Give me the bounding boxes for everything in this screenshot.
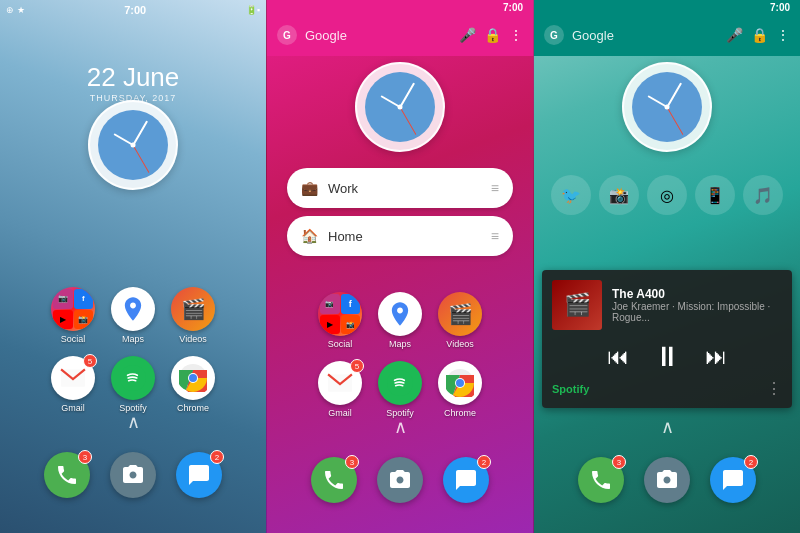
app-row-2-1: 📷 f ▶ 📸 Social Maps 🎬 Videos [318,292,482,349]
small-app-3[interactable]: ◎ [647,175,687,215]
music-title: The A400 [612,287,782,301]
clock-widget-2 [355,62,445,152]
app-icon-maps-1[interactable]: Maps [111,287,155,344]
msg-badge-1: 2 [210,450,224,464]
search-bar-2[interactable]: G Google 🎤 🔒 ⋮ [267,0,533,56]
app-row-3-top: 🐦 📸 ◎ 📱 🎵 [534,175,800,215]
pause-button[interactable]: ⏸ [653,340,681,373]
status-time-2: 7:00 [503,2,523,13]
quick-shortcuts-2: 💼 Work ≡ 🏠 Home ≡ [287,168,513,256]
app-icon-social-2[interactable]: 📷 f ▶ 📸 Social [318,292,362,349]
app-icon-gmail-1[interactable]: 5 Gmail [51,356,95,413]
minute-hand-1 [132,120,147,145]
search-text-2: Google [305,28,451,43]
chevron-up-2[interactable]: ∧ [394,416,407,438]
center-dot-3 [665,105,670,110]
clock-widget-1 [88,100,178,190]
app-label-maps-2: Maps [389,339,411,349]
phone-badge-3: 3 [612,455,626,469]
shortcut-work-label: Work [328,181,481,196]
chevron-up-1[interactable]: ∧ [127,411,140,433]
mic-icon-3[interactable]: 🎤 [726,27,743,43]
shortcut-work-menu[interactable]: ≡ [491,180,499,196]
panel-3: G Google 🎤 🔒 ⋮ 7:00 🐦 📸 ◎ 📱 🎵 🎬 [534,0,800,533]
dock-camera-1[interactable] [110,452,156,498]
app-grid-2: 📷 f ▶ 📸 Social Maps 🎬 Videos [267,292,533,418]
google-logo-2: G [277,25,297,45]
small-app-4[interactable]: 📱 [695,175,735,215]
clock-face-1 [88,100,178,190]
dock-phone-3[interactable]: 3 [578,457,624,503]
minute-hand-3 [666,82,681,107]
music-player: 🎬 The A400 Joe Kraemer · Mission: Imposs… [542,270,792,408]
app-grid-1: 📷 f ▶ 📸 Social Maps 🎬 Videos [0,287,266,413]
prev-button[interactable]: ⏮ [607,344,629,370]
shortcut-home-menu[interactable]: ≡ [491,228,499,244]
svg-point-1 [120,365,146,391]
lock-icon-2: 🔒 [484,27,501,43]
chrome-icon-img-1 [171,356,215,400]
shortcut-work[interactable]: 💼 Work ≡ [287,168,513,208]
clock-face-2 [355,62,445,152]
dock-phone-1[interactable]: 3 [44,452,90,498]
dock-camera-3[interactable] [644,457,690,503]
dock-msg-2[interactable]: 2 [443,457,489,503]
app-icon-maps-2[interactable]: Maps [378,292,422,349]
dock-phone-2[interactable]: 3 [311,457,357,503]
spotify-bar: Spotify ⋮ [552,373,782,398]
panel-1: ⊕ ★ 7:00 🔋▪️ 22 June THURSDAY, 2017 [0,0,266,533]
dots-icon-3[interactable]: ⋮ [776,27,790,43]
app-label-chrome-1: Chrome [177,403,209,413]
app-icon-spotify-1[interactable]: Spotify [111,356,155,413]
videos-icon-img-1: 🎬 [171,287,215,331]
spotify-label: Spotify [552,383,589,395]
dock-3: 3 2 [534,457,800,503]
music-controls: ⏮ ⏸ ⏭ [552,340,782,373]
small-app-5[interactable]: 🎵 [743,175,783,215]
maps-icon-img-2 [378,292,422,336]
status-right-icons-1: 🔋▪️ [246,5,260,15]
search-bar-3[interactable]: G Google 🎤 🔒 ⋮ [534,0,800,56]
dock-camera-2[interactable] [377,457,423,503]
app-icon-spotify-2[interactable]: Spotify [378,361,422,418]
app-icon-videos-1[interactable]: 🎬 Videos [171,287,215,344]
next-button[interactable]: ⏭ [705,344,727,370]
msg-badge-3: 2 [744,455,758,469]
status-time-3: 7:00 [770,2,790,13]
clock-inner-3 [632,72,702,142]
app-icon-chrome-1[interactable]: Chrome [171,356,215,413]
music-text: The A400 Joe Kraemer · Mission: Impossib… [612,287,782,323]
svg-point-9 [456,379,464,387]
second-hand-1 [133,145,150,173]
app-icon-social-1[interactable]: 📷 f ▶ 📸 Social [51,287,95,344]
app-icon-chrome-2[interactable]: Chrome [438,361,482,418]
search-text-3: Google [572,28,718,43]
music-artist: Joe Kraemer · Mission: Impossible · Rogu… [612,301,782,323]
spotify-icon-img-1 [111,356,155,400]
app-label-maps-1: Maps [122,334,144,344]
app-icon-videos-2[interactable]: 🎬 Videos [438,292,482,349]
dock-2: 3 2 [267,457,533,503]
spotify-dots[interactable]: ⋮ [766,379,782,398]
app-icon-gmail-2[interactable]: 5 Gmail [318,361,362,418]
phone-badge-2: 3 [345,455,359,469]
msg-badge-2: 2 [477,455,491,469]
lock-icon-3: 🔒 [751,27,768,43]
center-dot-2 [398,105,403,110]
small-app-1[interactable]: 🐦 [551,175,591,215]
app-label-gmail-1: Gmail [61,403,85,413]
mic-icon-2[interactable]: 🎤 [459,27,476,43]
dots-icon-2[interactable]: ⋮ [509,27,523,43]
chevron-up-3[interactable]: ∧ [661,416,674,438]
gmail-badge-1: 5 [83,354,97,368]
clock-widget-3 [622,62,712,152]
dock-msg-1[interactable]: 2 [176,452,222,498]
shortcut-home[interactable]: 🏠 Home ≡ [287,216,513,256]
app-label-chrome-2: Chrome [444,408,476,418]
album-art: 🎬 [552,280,602,330]
panel-2: G Google 🎤 🔒 ⋮ 7:00 💼 Work ≡ 🏠 Home ≡ [266,0,534,533]
small-app-2[interactable]: 📸 [599,175,639,215]
work-icon: 💼 [301,180,318,196]
dock-msg-3[interactable]: 2 [710,457,756,503]
app-label-videos-2: Videos [446,339,473,349]
